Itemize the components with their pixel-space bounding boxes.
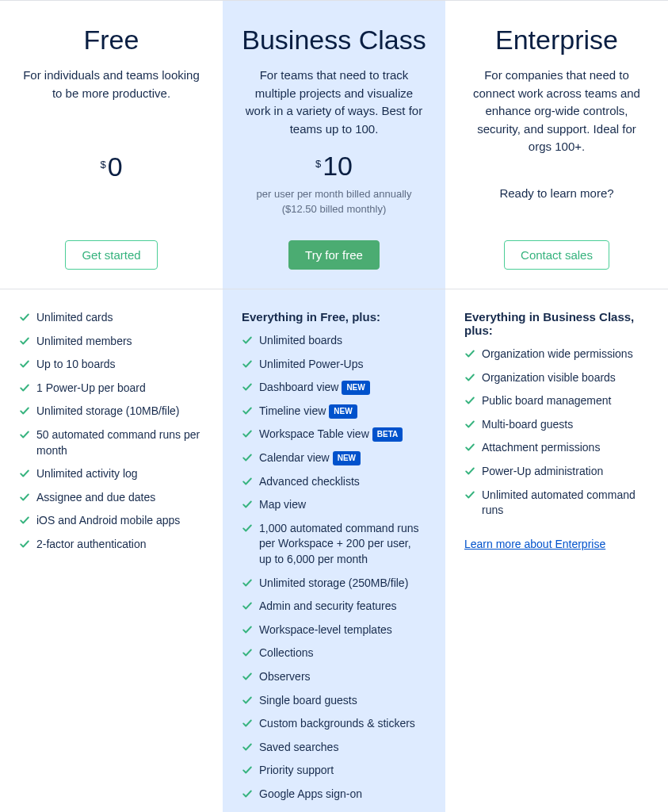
feature-item: Multi-board guests [464, 417, 649, 433]
price-amount: 10 [323, 151, 353, 181]
feature-text: 1 Power-Up per board [36, 381, 146, 394]
feature-item: Unlimited cards [19, 310, 204, 326]
feature-item: Collections [242, 645, 426, 661]
feature-text: Map view [259, 498, 306, 511]
feature-item: Attachment permissions [464, 440, 649, 456]
feature-text: Unlimited automated command runs [482, 488, 636, 517]
feature-list: Unlimited boardsUnlimited Power-UpsDashb… [242, 333, 426, 812]
price-block: $0 [19, 135, 204, 198]
cta-button[interactable]: Contact sales [504, 240, 609, 270]
feature-item: Unlimited Power-Ups [242, 357, 426, 373]
plan-description: For teams that need to track multiple pr… [242, 67, 426, 138]
feature-text: Single board guests [259, 694, 357, 707]
feature-item: 2-factor authentication [19, 537, 204, 553]
feature-text: Workspace Table view [259, 427, 369, 440]
feature-item: Unlimited members [19, 334, 204, 350]
feature-item: 1 Power-Up per board [19, 381, 204, 396]
feature-item: Observers [242, 669, 426, 685]
plan-price: $0 [19, 153, 204, 180]
feature-text: Collections [259, 646, 313, 659]
feature-item: Google Apps sign-on [242, 787, 426, 802]
features-section: Everything in Free, plus:Unlimited board… [223, 289, 445, 812]
feature-text: Observers [259, 670, 311, 683]
feature-text: Up to 10 boards [36, 358, 116, 370]
feature-badge: BETA [372, 427, 403, 442]
plan-header: FreeFor individuals and teams looking to… [0, 1, 223, 289]
feature-item: Map view [242, 497, 426, 513]
feature-text: Admin and security features [259, 599, 397, 612]
price-block: Ready to learn more? [464, 162, 649, 225]
feature-text: Saved searches [259, 741, 338, 753]
plan-description: For individuals and teams looking to be … [19, 67, 204, 102]
features-section: Unlimited cardsUnlimited membersUp to 10… [0, 289, 223, 812]
feature-item: Organization wide permissions [464, 347, 649, 362]
feature-text: Multi-board guests [482, 418, 573, 431]
feature-text: Priority support [259, 764, 334, 776]
feature-item: Assignee and due dates [19, 490, 204, 506]
feature-text: Unlimited cards [36, 311, 113, 324]
feature-item: Power-Up administration [464, 464, 649, 480]
feature-text: 50 automated command runs per month [36, 428, 200, 457]
feature-text: Unlimited Power-Ups [259, 358, 363, 370]
plan-description: For companies that need to connect work … [464, 67, 649, 156]
price-block: $10per user per month billed annually ($… [242, 152, 426, 216]
feature-item: Unlimited storage (250MB/file) [242, 576, 426, 592]
feature-item: 1,000 automated command runs per Workspa… [242, 521, 426, 568]
feature-item: Single board guests [242, 693, 426, 709]
feature-text: Unlimited activity log [36, 467, 138, 480]
feature-text: Public board management [482, 394, 611, 407]
currency-symbol: $ [315, 158, 321, 170]
features-heading: Everything in Free, plus: [242, 310, 426, 324]
feature-item: Custom backgrounds & stickers [242, 716, 426, 732]
feature-text: 2-factor authentication [36, 538, 147, 550]
cta-button[interactable]: Try for free [288, 240, 380, 270]
feature-item: Advanced checklists [242, 474, 426, 490]
plan-column-free: FreeFor individuals and teams looking to… [0, 1, 223, 812]
feature-text: Dashboard view [259, 381, 338, 393]
feature-text: Google Apps sign-on [259, 787, 362, 800]
ready-text: Ready to learn more? [464, 186, 649, 200]
feature-item: Up to 10 boards [19, 357, 204, 373]
feature-item: Organization visible boards [464, 370, 649, 386]
price-note: per user per month billed annually ($12.… [242, 187, 426, 216]
feature-list: Unlimited cardsUnlimited membersUp to 10… [19, 310, 204, 553]
feature-item: Calendar viewNEW [242, 450, 426, 466]
feature-text: Organization visible boards [482, 371, 616, 384]
features-section: Everything in Business Class, plus:Organ… [445, 289, 668, 812]
feature-item: Priority support [242, 763, 426, 779]
feature-text: 1,000 automated command runs per Workspa… [259, 522, 419, 565]
feature-item: Workspace-level templates [242, 622, 426, 638]
feature-text: Organization wide permissions [482, 347, 633, 360]
feature-text: Workspace-level templates [259, 623, 392, 636]
learn-more-link[interactable]: Learn more about Enterprise [464, 538, 605, 550]
feature-item: 50 automated command runs per month [19, 427, 204, 458]
feature-badge: NEW [333, 451, 361, 465]
feature-badge: NEW [342, 381, 369, 395]
feature-item: Unlimited automated command runs [464, 488, 649, 519]
feature-text: Attachment permissions [482, 441, 600, 454]
feature-text: Power-Up administration [482, 465, 603, 477]
feature-item: Timeline viewNEW [242, 404, 426, 419]
plan-title: Business Class [242, 25, 426, 56]
feature-item: iOS and Android mobile apps [19, 513, 204, 529]
plan-column-enterprise: EnterpriseFor companies that need to con… [445, 1, 668, 812]
currency-symbol: $ [100, 159, 105, 170]
feature-item: Workspace Table viewBETA [242, 427, 426, 442]
plan-title: Free [19, 25, 204, 56]
plan-price: $10 [242, 152, 426, 179]
features-heading: Everything in Business Class, plus: [464, 310, 649, 337]
feature-item: Unlimited storage (10MB/file) [19, 404, 204, 419]
feature-badge: NEW [329, 404, 357, 419]
cta-button[interactable]: Get started [65, 240, 157, 270]
feature-text: Calendar view [259, 451, 330, 464]
feature-item: Saved searches [242, 740, 426, 756]
plan-header: EnterpriseFor companies that need to con… [445, 1, 668, 289]
feature-list: Organization wide permissionsOrganizatio… [464, 347, 649, 519]
pricing-table: FreeFor individuals and teams looking to… [0, 0, 668, 812]
feature-item: Unlimited activity log [19, 466, 204, 482]
feature-text: Unlimited boards [259, 334, 342, 347]
feature-text: Timeline view [259, 404, 326, 417]
plan-column-business-class: Business ClassFor teams that need to tra… [223, 1, 445, 812]
price-amount: 0 [108, 151, 123, 182]
feature-item: Public board management [464, 393, 649, 409]
